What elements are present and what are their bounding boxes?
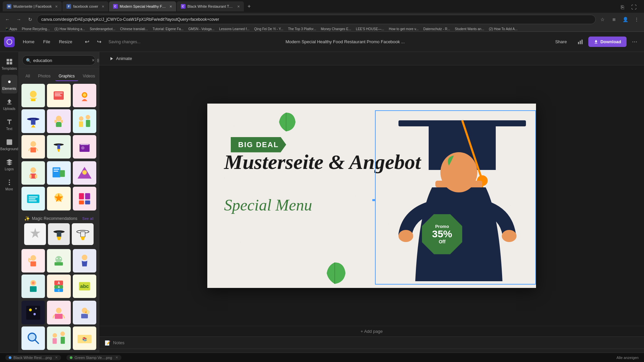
sidebar-item-more[interactable]: More <box>1 175 17 194</box>
search-result-item[interactable] <box>21 301 45 324</box>
undo-button[interactable]: ↩ <box>82 37 92 47</box>
tab-all[interactable]: All <box>22 72 33 81</box>
canva-logo[interactable] <box>4 37 15 47</box>
stats-button[interactable] <box>575 37 586 47</box>
search-result-item[interactable] <box>73 301 96 324</box>
search-result-item[interactable] <box>47 109 70 133</box>
bookmark-1[interactable]: Phone Recycling... <box>20 27 52 31</box>
tab-bw-restaurant[interactable]: C Black White Restaurant Typo... ✕ <box>177 1 244 11</box>
bookmark-2[interactable]: (1) How Working a... <box>52 27 87 31</box>
bookmark-6[interactable]: GMSN - Vologa... <box>186 27 216 31</box>
search-result-item[interactable] <box>73 161 96 185</box>
search-result-item[interactable] <box>21 84 45 107</box>
search-result-item[interactable]: A B C <box>47 275 70 298</box>
more-options-button[interactable]: ⋯ <box>629 37 640 47</box>
tab-musterseite[interactable]: M Musterseite | Facebook ✕ <box>3 1 62 11</box>
file-indicator-2[interactable]: Green Stamp Ve....png ✕ <box>66 355 121 360</box>
bookmark-14[interactable]: Student Wants an... <box>453 27 486 31</box>
sub-heading[interactable]: Special Menu <box>224 196 312 214</box>
search-result-item[interactable] <box>21 161 45 185</box>
menu-button[interactable]: ⋮ <box>632 15 641 24</box>
search-result-item[interactable]: abc <box>73 275 96 298</box>
search-input[interactable] <box>33 58 90 63</box>
bookmark-3[interactable]: Sonderangebot... <box>88 27 117 31</box>
search-result-item[interactable] <box>47 187 70 210</box>
clear-search-button[interactable]: ✕ <box>92 58 95 63</box>
promo-badge[interactable]: Promo 35% Off <box>422 214 462 254</box>
nav-home[interactable]: Home <box>19 37 39 46</box>
search-result-item[interactable] <box>21 135 45 159</box>
sidebar-item-background[interactable]: Background <box>1 135 17 154</box>
file-indicator-1[interactable]: Black White Rest....png ✕ <box>5 355 61 360</box>
selection-handle[interactable] <box>372 199 376 201</box>
search-result-item[interactable] <box>21 249 45 273</box>
magic-item[interactable] <box>48 223 70 245</box>
search-result-item[interactable] <box>47 161 70 185</box>
search-result-item[interactable] <box>73 109 96 133</box>
magic-item[interactable] <box>24 223 46 245</box>
bookmark-5[interactable]: Tutorial: Eigene Fa... <box>151 27 185 31</box>
search-result-item[interactable] <box>21 275 45 298</box>
search-result-item[interactable] <box>21 326 45 350</box>
search-result-item[interactable] <box>47 84 70 107</box>
search-result-item[interactable] <box>73 135 96 159</box>
search-result-item[interactable] <box>21 187 45 210</box>
sidebar-item-text[interactable]: Text <box>1 115 17 134</box>
see-all-button[interactable]: See all <box>82 217 94 221</box>
design-canvas[interactable]: BIG DEAL Musterseite & Angebot Special M… <box>207 104 536 288</box>
search-result-item[interactable] <box>47 249 70 273</box>
filter-button[interactable]: ⊞ <box>97 58 99 63</box>
search-result-item[interactable]: 📚 <box>73 326 96 350</box>
bookmark-15[interactable]: (2) How To Add A... <box>487 27 520 31</box>
bookmark-12[interactable]: How to get more v... <box>387 27 421 31</box>
bookmark-8[interactable]: Qing Fei De Yi - Y... <box>252 27 285 31</box>
back-button[interactable]: ← <box>3 15 12 24</box>
bookmark-13[interactable]: Datenschutz - R... <box>421 27 452 31</box>
tab-facebook-cover[interactable]: F facebook cover ✕ <box>62 1 108 11</box>
search-result-item[interactable] <box>47 326 70 350</box>
canvas-container[interactable]: BIG DEAL Musterseite & Angebot Special M… <box>99 65 644 326</box>
extensions-button[interactable]: ⊞ <box>609 15 619 24</box>
magic-item[interactable] <box>72 223 94 245</box>
refresh-button[interactable]: ↻ <box>25 15 35 24</box>
nav-resize[interactable]: Resize <box>55 37 76 46</box>
tab-close[interactable]: ✕ <box>55 5 58 8</box>
bookmark-11[interactable]: LEE'S HOUSE—... <box>354 27 386 31</box>
share-button[interactable]: Share <box>550 37 572 47</box>
tab-close-4[interactable]: ✕ <box>237 5 240 8</box>
tab-videos[interactable]: Videos <box>79 72 98 81</box>
search-result-item[interactable] <box>73 84 96 107</box>
bookmark-10[interactable]: Money Changes E... <box>319 27 354 31</box>
animate-button[interactable]: Animate <box>105 54 136 63</box>
sidebar-item-uploads[interactable]: Uploads <box>1 95 17 114</box>
new-tab-button[interactable]: + <box>245 2 254 11</box>
sidebar-item-elements[interactable]: Elements <box>1 75 17 94</box>
tab-close-3[interactable]: ✕ <box>169 5 172 8</box>
bookmark-9[interactable]: The Top 3 Platfor... <box>286 27 318 31</box>
tab-close-2[interactable]: ✕ <box>102 5 104 8</box>
tab-canva-active[interactable]: C Modern Special Healthy Food... ✕ <box>109 1 176 11</box>
file-close-2[interactable]: ✕ <box>115 356 118 359</box>
file-close-1[interactable]: ✕ <box>55 356 58 359</box>
bookmark-button[interactable]: ☆ <box>598 15 607 24</box>
address-input[interactable] <box>37 15 596 24</box>
forward-button[interactable]: → <box>14 15 23 24</box>
sidebar-item-templates[interactable]: Templates <box>1 55 17 73</box>
download-button[interactable]: Download <box>588 37 627 47</box>
alle-anzeigen-button[interactable]: Alle anzeigen <box>616 356 639 360</box>
bookmark-7[interactable]: Lessons Learned f... <box>217 27 252 31</box>
tab-graphics[interactable]: Graphics <box>55 72 78 81</box>
search-result-item[interactable] <box>47 301 70 324</box>
tab-photos[interactable]: Photos <box>35 72 54 81</box>
bookmark-4[interactable]: Chinese translati... <box>118 27 150 31</box>
search-result-item[interactable] <box>73 249 96 273</box>
search-result-item[interactable] <box>47 135 70 159</box>
add-page-button[interactable]: + Add page <box>99 329 644 334</box>
redo-button[interactable]: ↪ <box>94 37 104 47</box>
search-result-item[interactable] <box>73 187 96 210</box>
bookmark-apps[interactable]: 📱 Apps <box>3 27 19 31</box>
sidebar-item-logos[interactable]: Logos <box>1 155 17 174</box>
main-heading[interactable]: Musterseite & Angebot <box>224 150 421 173</box>
search-result-item[interactable] <box>21 109 45 133</box>
nav-file[interactable]: File <box>39 37 54 46</box>
